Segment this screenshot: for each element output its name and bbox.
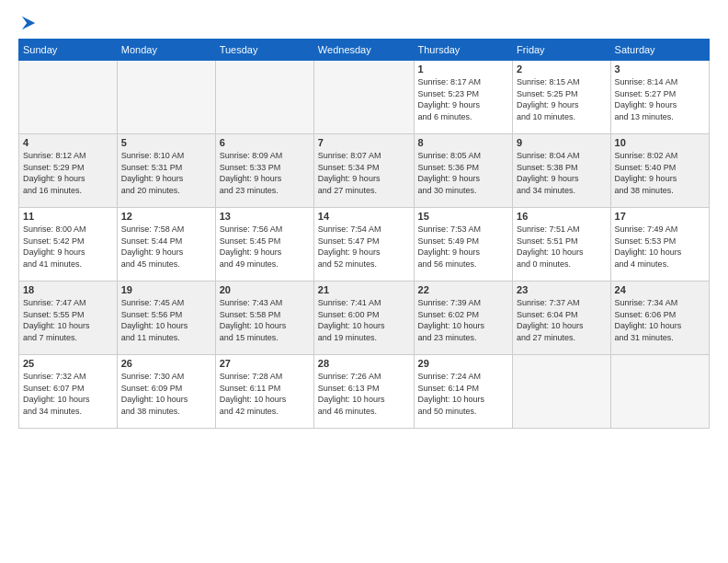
calendar-day: 1Sunrise: 8:17 AM Sunset: 5:23 PM Daylig… (414, 61, 513, 134)
day-number: 15 (418, 211, 509, 222)
calendar-day (313, 61, 414, 134)
day-info: Sunrise: 7:51 AM Sunset: 5:51 PM Dayligh… (517, 224, 607, 270)
day-info: Sunrise: 7:26 AM Sunset: 6:13 PM Dayligh… (318, 371, 410, 417)
calendar-page: SundayMondayTuesdayWednesdayThursdayFrid… (0, 0, 728, 438)
weekday-header-sunday: Sunday (19, 40, 118, 61)
day-info: Sunrise: 7:47 AM Sunset: 5:55 PM Dayligh… (23, 297, 113, 343)
calendar-day (19, 61, 118, 134)
day-info: Sunrise: 7:39 AM Sunset: 6:02 PM Dayligh… (418, 297, 509, 343)
calendar-week-row: 4Sunrise: 8:12 AM Sunset: 5:29 PM Daylig… (19, 134, 710, 208)
day-number: 16 (517, 211, 607, 222)
calendar-day: 15Sunrise: 7:53 AM Sunset: 5:49 PM Dayli… (414, 208, 513, 282)
day-number: 28 (318, 358, 410, 369)
day-info: Sunrise: 7:53 AM Sunset: 5:49 PM Dayligh… (418, 224, 509, 270)
calendar-week-row: 18Sunrise: 7:47 AM Sunset: 5:55 PM Dayli… (19, 282, 710, 355)
calendar-day: 7Sunrise: 8:07 AM Sunset: 5:34 PM Daylig… (313, 134, 414, 208)
calendar-day: 18Sunrise: 7:47 AM Sunset: 5:55 PM Dayli… (19, 282, 118, 355)
day-number: 9 (517, 137, 607, 148)
day-info: Sunrise: 7:37 AM Sunset: 6:04 PM Dayligh… (517, 297, 607, 343)
calendar-day: 16Sunrise: 7:51 AM Sunset: 5:51 PM Dayli… (513, 208, 611, 282)
day-info: Sunrise: 8:10 AM Sunset: 5:31 PM Dayligh… (121, 150, 211, 196)
calendar-day: 21Sunrise: 7:41 AM Sunset: 6:00 PM Dayli… (313, 282, 414, 355)
day-number: 4 (23, 137, 113, 148)
day-number: 26 (121, 358, 211, 369)
day-number: 3 (615, 63, 705, 75)
day-number: 12 (121, 211, 211, 222)
calendar-header-row: SundayMondayTuesdayWednesdayThursdayFrid… (19, 40, 710, 61)
calendar-week-row: 11Sunrise: 8:00 AM Sunset: 5:42 PM Dayli… (19, 208, 710, 282)
calendar-table: SundayMondayTuesdayWednesdayThursdayFrid… (18, 39, 710, 429)
calendar-day: 27Sunrise: 7:28 AM Sunset: 6:11 PM Dayli… (215, 355, 313, 429)
day-number: 11 (23, 211, 113, 222)
calendar-day: 14Sunrise: 7:54 AM Sunset: 5:47 PM Dayli… (313, 208, 414, 282)
calendar-day: 29Sunrise: 7:24 AM Sunset: 6:14 PM Dayli… (414, 355, 513, 429)
calendar-day: 28Sunrise: 7:26 AM Sunset: 6:13 PM Dayli… (313, 355, 414, 429)
day-info: Sunrise: 7:49 AM Sunset: 5:53 PM Dayligh… (615, 224, 705, 270)
day-number: 19 (121, 284, 211, 295)
calendar-day: 12Sunrise: 7:58 AM Sunset: 5:44 PM Dayli… (117, 208, 215, 282)
calendar-day: 23Sunrise: 7:37 AM Sunset: 6:04 PM Dayli… (513, 282, 611, 355)
day-number: 6 (220, 137, 310, 148)
calendar-day: 17Sunrise: 7:49 AM Sunset: 5:53 PM Dayli… (610, 208, 709, 282)
calendar-day: 24Sunrise: 7:34 AM Sunset: 6:06 PM Dayli… (610, 282, 709, 355)
day-info: Sunrise: 7:58 AM Sunset: 5:44 PM Dayligh… (121, 224, 211, 270)
day-info: Sunrise: 8:00 AM Sunset: 5:42 PM Dayligh… (23, 224, 113, 270)
day-number: 22 (418, 284, 509, 295)
calendar-day (610, 355, 709, 429)
day-info: Sunrise: 7:30 AM Sunset: 6:09 PM Dayligh… (121, 371, 211, 417)
day-number: 25 (23, 358, 113, 369)
day-info: Sunrise: 7:45 AM Sunset: 5:56 PM Dayligh… (121, 297, 211, 343)
weekday-header-friday: Friday (513, 40, 611, 61)
day-number: 24 (615, 284, 705, 295)
day-info: Sunrise: 7:28 AM Sunset: 6:11 PM Dayligh… (220, 371, 310, 417)
calendar-day: 25Sunrise: 7:32 AM Sunset: 6:07 PM Dayli… (19, 355, 118, 429)
day-info: Sunrise: 8:12 AM Sunset: 5:29 PM Dayligh… (23, 150, 113, 196)
calendar-day (117, 61, 215, 134)
calendar-week-row: 25Sunrise: 7:32 AM Sunset: 6:07 PM Dayli… (19, 355, 710, 429)
day-number: 2 (517, 63, 607, 75)
day-info: Sunrise: 7:54 AM Sunset: 5:47 PM Dayligh… (318, 224, 410, 270)
day-number: 1 (418, 63, 509, 75)
day-number: 8 (418, 137, 509, 148)
calendar-day: 5Sunrise: 8:10 AM Sunset: 5:31 PM Daylig… (117, 134, 215, 208)
day-info: Sunrise: 8:17 AM Sunset: 5:23 PM Dayligh… (418, 76, 509, 122)
weekday-header-monday: Monday (117, 40, 215, 61)
logo-arrow-icon (20, 15, 37, 31)
calendar-day: 13Sunrise: 7:56 AM Sunset: 5:45 PM Dayli… (215, 208, 313, 282)
day-number: 10 (615, 137, 705, 148)
day-number: 18 (23, 284, 113, 295)
calendar-day: 22Sunrise: 7:39 AM Sunset: 6:02 PM Dayli… (414, 282, 513, 355)
day-number: 27 (220, 358, 310, 369)
day-info: Sunrise: 7:24 AM Sunset: 6:14 PM Dayligh… (418, 371, 509, 417)
weekday-header-thursday: Thursday (414, 40, 513, 61)
calendar-day: 6Sunrise: 8:09 AM Sunset: 5:33 PM Daylig… (215, 134, 313, 208)
calendar-day: 11Sunrise: 8:00 AM Sunset: 5:42 PM Dayli… (19, 208, 118, 282)
svg-marker-0 (22, 17, 35, 29)
day-number: 13 (220, 211, 310, 222)
calendar-day (513, 355, 611, 429)
weekday-header-tuesday: Tuesday (215, 40, 313, 61)
day-info: Sunrise: 8:04 AM Sunset: 5:38 PM Dayligh… (517, 150, 607, 196)
logo (18, 15, 37, 31)
day-info: Sunrise: 7:43 AM Sunset: 5:58 PM Dayligh… (220, 297, 310, 343)
day-info: Sunrise: 8:09 AM Sunset: 5:33 PM Dayligh… (220, 150, 310, 196)
day-number: 23 (517, 284, 607, 295)
calendar-day: 20Sunrise: 7:43 AM Sunset: 5:58 PM Dayli… (215, 282, 313, 355)
calendar-day: 3Sunrise: 8:14 AM Sunset: 5:27 PM Daylig… (610, 61, 709, 134)
day-info: Sunrise: 7:41 AM Sunset: 6:00 PM Dayligh… (318, 297, 410, 343)
calendar-day: 9Sunrise: 8:04 AM Sunset: 5:38 PM Daylig… (513, 134, 611, 208)
day-number: 7 (318, 137, 410, 148)
day-info: Sunrise: 7:34 AM Sunset: 6:06 PM Dayligh… (615, 297, 705, 343)
calendar-day: 4Sunrise: 8:12 AM Sunset: 5:29 PM Daylig… (19, 134, 118, 208)
day-info: Sunrise: 8:02 AM Sunset: 5:40 PM Dayligh… (615, 150, 705, 196)
day-info: Sunrise: 8:14 AM Sunset: 5:27 PM Dayligh… (615, 76, 705, 122)
day-number: 17 (615, 211, 705, 222)
day-number: 20 (220, 284, 310, 295)
calendar-day (215, 61, 313, 134)
day-info: Sunrise: 8:05 AM Sunset: 5:36 PM Dayligh… (418, 150, 509, 196)
weekday-header-saturday: Saturday (610, 40, 709, 61)
day-info: Sunrise: 7:56 AM Sunset: 5:45 PM Dayligh… (220, 224, 310, 270)
day-number: 29 (418, 358, 509, 369)
day-info: Sunrise: 8:07 AM Sunset: 5:34 PM Dayligh… (318, 150, 410, 196)
calendar-day: 10Sunrise: 8:02 AM Sunset: 5:40 PM Dayli… (610, 134, 709, 208)
